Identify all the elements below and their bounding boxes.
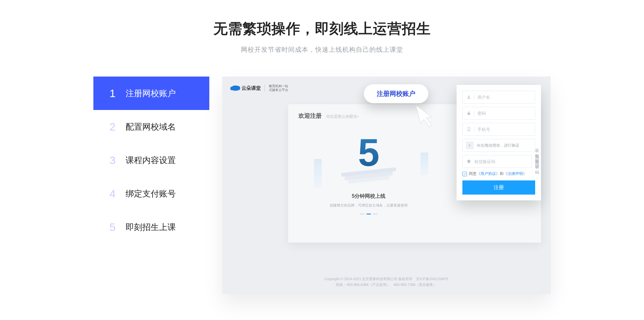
step-register-account[interactable]: 1 注册网校账户 [93, 77, 209, 110]
sms-code-input[interactable] [474, 159, 528, 164]
step-configure-domain[interactable]: 2 配置网校域名 [93, 110, 209, 143]
shield-icon [466, 159, 472, 164]
step-number: 4 [109, 187, 126, 200]
step-label: 配置网校域名 [126, 121, 176, 133]
preview-topbar: 云朵课堂 教育机构一站式服务云平台 [232, 84, 288, 92]
phone-field[interactable] [462, 123, 535, 136]
step-label: 即刻招生上课 [126, 222, 176, 233]
step-course-content[interactable]: 3 课程内容设置 [93, 143, 209, 177]
step-label: 注册网校账户 [126, 88, 176, 99]
illus-title: 5分钟网校上线 [301, 193, 436, 200]
get-code-button[interactable]: 获取验证码 [535, 155, 539, 168]
legal-statement-link[interactable]: 《法律声明》 [504, 171, 527, 177]
user-icon [466, 94, 471, 100]
step-label: 绑定支付账号 [126, 188, 176, 199]
steps-nav: 1 注册网校账户 2 配置网校域名 3 课程内容设置 4 绑定支付账号 5 即刻… [93, 77, 209, 294]
password-input[interactable] [478, 111, 532, 116]
slider-handle-icon[interactable] [466, 142, 474, 149]
big-digit: 5 [358, 133, 380, 172]
brand-name: 云朵课堂 [242, 85, 261, 91]
brand-tagline: 教育机构一站式服务云平台 [265, 84, 288, 92]
sms-code-field[interactable] [462, 155, 532, 168]
step-number: 5 [109, 221, 126, 233]
agree-row: 同意 《用户协议》 和 《法律声明》 [462, 171, 535, 177]
user-agreement-link[interactable]: 《用户协议》 [477, 171, 500, 177]
card-subtitle: 你总是那么有眼光~ [326, 114, 359, 119]
brand-logo: 云朵课堂 [232, 85, 261, 91]
step-start-enrollment[interactable]: 5 即刻招生上课 [93, 210, 209, 244]
phone-icon [466, 126, 471, 132]
slider-captcha[interactable]: 向右拖动滑块，进行验证 [462, 139, 535, 152]
preview-footer: Copyright © 2014-2021.北京昱新科技有限公司 版权所有 京I… [222, 276, 551, 288]
hero-title: 无需繁琐操作，即刻线上运营招生 [0, 19, 644, 38]
register-card: 欢迎注册 你总是那么有眼光~ 已有账号? 去 登录 5 5分钟网校上线 创建独立… [288, 104, 541, 242]
phone-input[interactable] [478, 127, 532, 132]
step-number: 2 [109, 121, 126, 133]
illustration: 5 5分钟网校上线 创建独立的品牌，可绑定自主域名，注册直接使用 [301, 133, 436, 215]
agree-checkbox[interactable] [462, 172, 467, 176]
step-label: 课程内容设置 [126, 155, 176, 166]
username-input[interactable] [478, 95, 532, 100]
cloud-icon [232, 86, 239, 91]
preview-screenshot: 云朵课堂 教育机构一站式服务云平台 欢迎注册 你总是那么有眼光~ 已有账号? 去… [222, 77, 551, 294]
card-title: 欢迎注册 [298, 112, 322, 120]
lock-icon [466, 110, 471, 116]
password-field[interactable] [462, 107, 535, 120]
step-number: 3 [109, 154, 126, 167]
illus-subtitle: 创建独立的品牌，可绑定自主域名，注册直接使用 [301, 203, 436, 208]
step-number: 1 [109, 87, 126, 100]
slider-text: 向右拖动滑块，进行验证 [477, 143, 519, 148]
callout-bubble: 注册网校账户 [364, 84, 428, 103]
callout: 注册网校账户 [364, 84, 428, 103]
hero-subtitle: 网校开发节省时间成本，快速上线机构自己的线上课堂 [0, 45, 644, 54]
pager-dots[interactable] [301, 214, 436, 215]
step-bind-payment[interactable]: 4 绑定支付账号 [93, 177, 209, 210]
username-field[interactable] [462, 91, 535, 104]
cursor-arrow-icon [414, 102, 436, 131]
register-button[interactable]: 注册 [462, 180, 535, 195]
register-form: 向右拖动滑块，进行验证 获取验证码 同意 《用户协议》 [457, 85, 541, 200]
